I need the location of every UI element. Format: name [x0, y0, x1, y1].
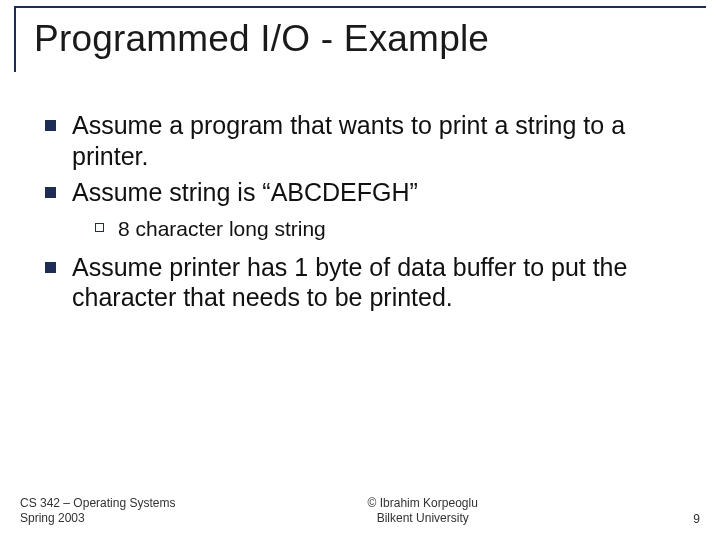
- bullet-text: Assume printer has 1 byte of data buffer…: [72, 252, 680, 313]
- hollow-square-bullet-icon: [95, 223, 104, 232]
- square-bullet-icon: [45, 187, 56, 198]
- bullet-item: Assume string is “ABCDEFGH”: [45, 177, 680, 208]
- slide-body: Assume a program that wants to print a s…: [45, 110, 680, 319]
- footer-university: Bilkent University: [368, 511, 478, 526]
- square-bullet-icon: [45, 262, 56, 273]
- sub-bullet-text: 8 character long string: [118, 216, 680, 242]
- footer-center: © Ibrahim Korpeoglu Bilkent University: [368, 496, 478, 526]
- square-bullet-icon: [45, 120, 56, 131]
- footer-page-number: 9: [670, 512, 700, 526]
- sub-bullet-item: 8 character long string: [95, 216, 680, 242]
- bullet-text: Assume a program that wants to print a s…: [72, 110, 680, 171]
- footer-course: CS 342 – Operating Systems: [20, 496, 175, 511]
- bullet-item: Assume printer has 1 byte of data buffer…: [45, 252, 680, 313]
- bullet-item: Assume a program that wants to print a s…: [45, 110, 680, 171]
- title-area: Programmed I/O - Example: [14, 6, 706, 72]
- footer-term: Spring 2003: [20, 511, 175, 526]
- bullet-text: Assume string is “ABCDEFGH”: [72, 177, 680, 208]
- footer-left: CS 342 – Operating Systems Spring 2003: [20, 496, 175, 526]
- slide-footer: CS 342 – Operating Systems Spring 2003 ©…: [20, 496, 700, 526]
- footer-copyright: © Ibrahim Korpeoglu: [368, 496, 478, 511]
- slide: Programmed I/O - Example Assume a progra…: [0, 0, 720, 540]
- slide-title: Programmed I/O - Example: [14, 8, 706, 72]
